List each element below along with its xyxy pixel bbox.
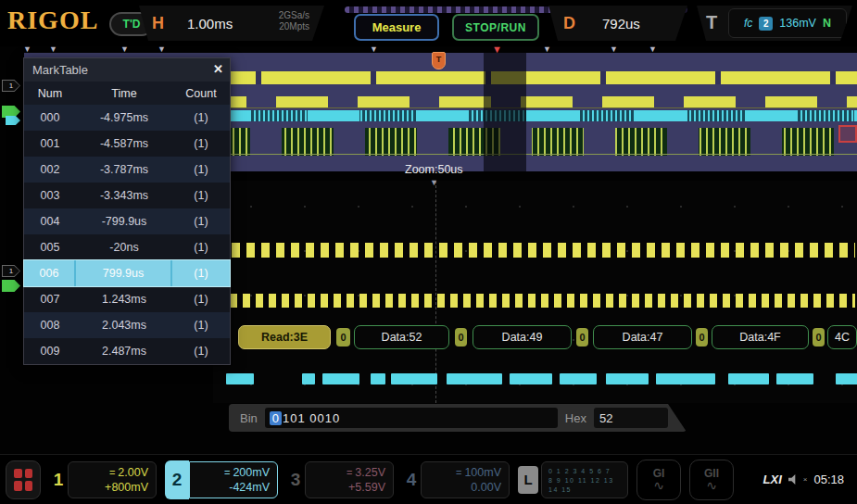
timebase-value: 1.00ms — [187, 16, 233, 32]
logic-channels-status[interactable]: L 0 1 2 3 4 5 6 7 8 9 10 11 12 13 14 15 — [518, 461, 628, 498]
cyan-burst — [510, 373, 552, 384]
green-zoom-marker[interactable] — [2, 280, 20, 292]
decode-frame: Read:3E — [238, 325, 331, 349]
coupling-icon: = — [347, 467, 352, 478]
trigger-info: fc 2 136mV N — [728, 8, 847, 38]
marktable-cell-num: 006 — [24, 260, 76, 286]
bin-cursor: 0 — [270, 411, 282, 425]
marktable-row[interactable]: 0071.243ms(1) — [24, 286, 230, 312]
delay-label: D — [563, 14, 575, 33]
acquisition-info: 2GSa/s 20Mpts — [279, 10, 309, 32]
channel-2-status[interactable]: 2 =200mV -424mV — [165, 460, 278, 499]
close-icon[interactable]: ✕ — [213, 62, 223, 76]
channel-1-number: 1 — [49, 470, 68, 490]
decode-ack-bit: 0 — [576, 328, 588, 346]
lxi-indicator: LXI — [763, 472, 782, 486]
channel-2-offset: -424mV — [197, 480, 270, 495]
trigger-mode: N — [823, 17, 831, 30]
marktable-cell-count: (1) — [172, 215, 230, 228]
channel-1-offset: +800mV — [76, 480, 148, 495]
marktable-cell-num: 000 — [24, 111, 76, 124]
quick-menu-button[interactable] — [6, 460, 41, 499]
marktable-row[interactable]: 0082.043ms(1) — [24, 312, 230, 338]
hex-value: 52 — [594, 408, 668, 428]
channel-4-number: 4 — [402, 470, 421, 490]
sine-wave-icon: ∿ — [653, 480, 664, 492]
chevron-down-icon: ▼ — [649, 44, 657, 54]
marktable-cell-num: 004 — [24, 215, 76, 228]
horizontal-menu[interactable]: H 1.00ms 2GSa/s 20Mpts — [139, 6, 324, 41]
marktable-cell-count: (1) — [172, 345, 230, 358]
logic-row1: 0 1 2 3 4 5 6 7 — [548, 467, 621, 476]
cyan-channel-marker[interactable] — [6, 116, 20, 125]
decode-frame: Data:49 — [473, 325, 572, 349]
decode-ack-bit: 0 — [336, 328, 350, 346]
ch1-marker[interactable]: 1 — [2, 80, 20, 92]
decode-frame: Data:47 — [593, 325, 692, 349]
channel-4-box[interactable]: =100mV 0.00V — [421, 461, 510, 498]
channel-4-offset: 0.00V — [429, 480, 501, 495]
channel-4-status[interactable]: 4 =100mV 0.00V — [402, 461, 510, 498]
cyan-burst — [226, 373, 254, 384]
marktable-row[interactable]: 0092.487ms(1) — [24, 338, 230, 364]
zoomed-view[interactable]: ▼ Read:3E0Data:520Data:490Data:470Data:4… — [213, 181, 857, 403]
trigger-source-badge: 2 — [759, 17, 773, 31]
logic-channels-box[interactable]: 0 1 2 3 4 5 6 7 8 9 10 11 12 13 14 15 — [541, 461, 628, 498]
cyan-burst — [302, 373, 315, 384]
generator-1-button[interactable]: GI ∿ — [636, 460, 681, 500]
marktable-cell-num: 009 — [24, 345, 76, 358]
channel-2-box[interactable]: =200mV -424mV — [189, 461, 278, 498]
marktable-popup: MarkTable ✕ Num Time Count 000-4.975ms(1… — [23, 57, 231, 365]
system-time: 05:18 — [813, 472, 844, 486]
col-count: Count — [172, 87, 230, 100]
system-status: LXI × 05:18 — [763, 472, 851, 486]
channel-1-box[interactable]: =2.00V +800mV — [68, 461, 157, 498]
marktable-row[interactable]: 004-799.9us(1) — [24, 208, 230, 234]
chevron-down-icon: ▼ — [49, 44, 57, 54]
marktable-row[interactable]: 001-4.587ms(1) — [24, 131, 230, 157]
mute-x-icon: × — [803, 475, 808, 484]
clock-trace-lower — [217, 294, 855, 308]
chevron-down-icon: ▼ — [120, 44, 129, 54]
marktable-titlebar[interactable]: MarkTable ✕ — [24, 58, 230, 82]
channel-3-status[interactable]: 3 =3.25V +5.59V — [286, 461, 394, 498]
sample-rate: 2GSa/s — [279, 10, 309, 20]
decode-row: Read:3E0Data:520Data:490Data:470Data:4F0… — [213, 325, 857, 351]
zoom-window-region[interactable] — [484, 53, 526, 171]
cyan-burst — [728, 373, 769, 384]
right-edge-marker — [838, 125, 857, 143]
marktable-row[interactable]: 000-4.975ms(1) — [24, 105, 230, 131]
stop-run-button[interactable]: STOP/RUN — [452, 14, 539, 41]
marktable-cell-num: 005 — [24, 241, 76, 254]
marktable-row[interactable]: 006799.9us(1) — [24, 260, 230, 286]
delay-menu[interactable]: D 792us — [548, 6, 687, 41]
horizontal-label: H — [152, 14, 164, 33]
delay-value: 792us — [602, 16, 640, 32]
sound-muted-icon[interactable] — [788, 474, 800, 485]
channel-3-number: 3 — [286, 470, 305, 490]
marktable-cell-count: (1) — [172, 163, 230, 176]
cyan-burst — [371, 373, 385, 384]
col-num: Num — [24, 87, 76, 100]
measure-button[interactable]: Measure — [354, 14, 439, 41]
generator-2-button[interactable]: GII ∿ — [689, 460, 734, 500]
marktable-row[interactable]: 002-3.787ms(1) — [24, 157, 230, 183]
marktable-row[interactable]: 005-20ns(1) — [24, 234, 230, 260]
marktable-cell-time: -4.975ms — [76, 111, 172, 124]
bin-input[interactable]: 0 101 0010 — [265, 408, 558, 428]
ch1-zoom-marker[interactable]: 1 — [2, 265, 20, 277]
marktable-cell-time: -20ns — [76, 241, 172, 254]
trigger-position-flag[interactable]: T — [432, 52, 446, 69]
marktable-row[interactable]: 003-3.343ms(1) — [24, 183, 230, 208]
channel-1-status[interactable]: 1 =2.00V +800mV — [49, 461, 157, 498]
cyan-burst — [447, 373, 502, 384]
marktable-cell-time: 799.9us — [76, 260, 172, 286]
marktable-cell-count: (1) — [172, 189, 230, 202]
cyan-data-row — [213, 372, 857, 386]
channel-2-number: 2 — [165, 460, 189, 499]
trigger-menu[interactable]: T fc 2 136mV N — [697, 6, 852, 41]
marktable-cell-num: 008 — [24, 319, 76, 332]
decode-value-bar: Bin 0 101 0010 Hex 52 — [229, 404, 687, 432]
chevron-down-icon: ▼ — [158, 44, 166, 54]
channel-3-box[interactable]: =3.25V +5.59V — [305, 461, 394, 498]
